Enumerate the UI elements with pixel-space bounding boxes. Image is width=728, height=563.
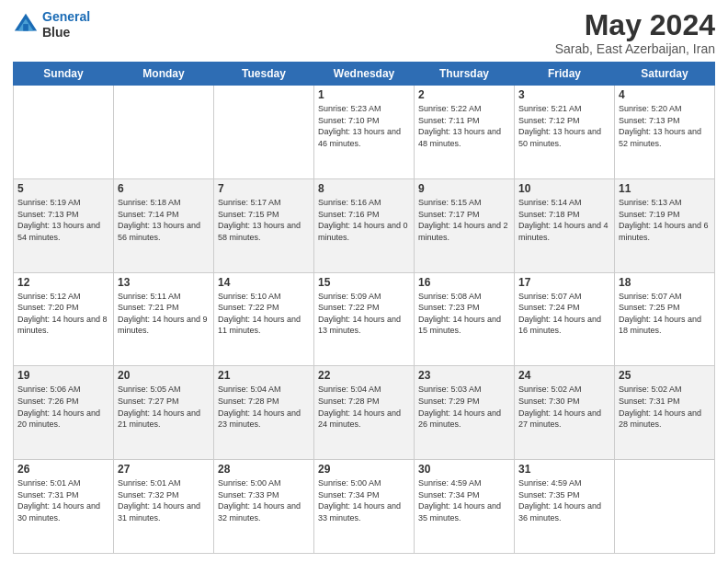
week-row-4: 26Sunrise: 5:01 AM Sunset: 7:31 PM Dayli…: [14, 460, 715, 554]
day-number: 2: [418, 88, 510, 101]
day-info: Sunrise: 5:12 AM Sunset: 7:20 PM Dayligh…: [17, 291, 109, 337]
day-number: 29: [318, 463, 410, 476]
col-monday: Monday: [114, 63, 214, 86]
table-row: 28Sunrise: 5:00 AM Sunset: 7:33 PM Dayli…: [214, 460, 314, 554]
day-info: Sunrise: 5:18 AM Sunset: 7:14 PM Dayligh…: [118, 197, 210, 243]
day-number: 13: [118, 276, 210, 289]
logo-line1: General: [42, 9, 90, 24]
day-info: Sunrise: 5:22 AM Sunset: 7:11 PM Dayligh…: [418, 103, 510, 149]
table-row: 18Sunrise: 5:07 AM Sunset: 7:25 PM Dayli…: [615, 272, 715, 366]
table-row: 26Sunrise: 5:01 AM Sunset: 7:31 PM Dayli…: [14, 460, 114, 554]
day-number: 28: [218, 463, 310, 476]
col-thursday: Thursday: [415, 63, 515, 86]
day-number: 9: [418, 182, 510, 195]
table-row: 25Sunrise: 5:02 AM Sunset: 7:31 PM Dayli…: [615, 366, 715, 460]
table-row: [114, 86, 214, 179]
logo-text: General Blue: [42, 9, 90, 40]
table-row: 13Sunrise: 5:11 AM Sunset: 7:21 PM Dayli…: [114, 272, 214, 366]
day-number: 25: [619, 369, 711, 382]
day-info: Sunrise: 5:02 AM Sunset: 7:31 PM Dayligh…: [619, 384, 711, 430]
day-info: Sunrise: 5:02 AM Sunset: 7:30 PM Dayligh…: [518, 384, 610, 430]
day-info: Sunrise: 5:11 AM Sunset: 7:21 PM Dayligh…: [118, 291, 210, 337]
day-info: Sunrise: 5:19 AM Sunset: 7:13 PM Dayligh…: [17, 197, 109, 243]
subtitle: Sarab, East Azerbaijan, Iran: [555, 41, 715, 56]
day-info: Sunrise: 5:14 AM Sunset: 7:18 PM Dayligh…: [518, 197, 610, 243]
day-info: Sunrise: 5:00 AM Sunset: 7:33 PM Dayligh…: [218, 477, 310, 523]
day-info: Sunrise: 4:59 AM Sunset: 7:35 PM Dayligh…: [518, 477, 610, 523]
week-row-2: 12Sunrise: 5:12 AM Sunset: 7:20 PM Dayli…: [14, 272, 715, 366]
col-tuesday: Tuesday: [214, 63, 314, 86]
table-row: 23Sunrise: 5:03 AM Sunset: 7:29 PM Dayli…: [415, 366, 515, 460]
day-number: 16: [418, 276, 510, 289]
week-row-3: 19Sunrise: 5:06 AM Sunset: 7:26 PM Dayli…: [14, 366, 715, 460]
table-row: 21Sunrise: 5:04 AM Sunset: 7:28 PM Dayli…: [214, 366, 314, 460]
day-number: 20: [118, 369, 210, 382]
week-row-1: 5Sunrise: 5:19 AM Sunset: 7:13 PM Daylig…: [14, 178, 715, 272]
table-row: 11Sunrise: 5:13 AM Sunset: 7:19 PM Dayli…: [615, 178, 715, 272]
day-number: 10: [518, 182, 610, 195]
table-row: 9Sunrise: 5:15 AM Sunset: 7:17 PM Daylig…: [415, 178, 515, 272]
day-number: 26: [17, 463, 109, 476]
table-row: [615, 460, 715, 554]
day-number: 18: [619, 276, 711, 289]
day-info: Sunrise: 5:04 AM Sunset: 7:28 PM Dayligh…: [218, 384, 310, 430]
table-row: 22Sunrise: 5:04 AM Sunset: 7:28 PM Dayli…: [314, 366, 415, 460]
day-info: Sunrise: 5:03 AM Sunset: 7:29 PM Dayligh…: [418, 384, 510, 430]
day-info: Sunrise: 5:06 AM Sunset: 7:26 PM Dayligh…: [17, 384, 109, 430]
day-number: 5: [17, 182, 109, 195]
day-number: 14: [218, 276, 310, 289]
table-row: 15Sunrise: 5:09 AM Sunset: 7:22 PM Dayli…: [314, 272, 415, 366]
day-info: Sunrise: 5:05 AM Sunset: 7:27 PM Dayligh…: [118, 384, 210, 430]
day-info: Sunrise: 5:15 AM Sunset: 7:17 PM Dayligh…: [418, 197, 510, 243]
logo-icon: [13, 12, 39, 38]
day-number: 8: [318, 182, 410, 195]
title-block: May 2024 Sarab, East Azerbaijan, Iran: [555, 9, 715, 56]
table-row: 27Sunrise: 5:01 AM Sunset: 7:32 PM Dayli…: [114, 460, 214, 554]
col-wednesday: Wednesday: [314, 63, 415, 86]
table-row: 17Sunrise: 5:07 AM Sunset: 7:24 PM Dayli…: [515, 272, 615, 366]
table-row: 3Sunrise: 5:21 AM Sunset: 7:12 PM Daylig…: [515, 86, 615, 179]
table-row: 30Sunrise: 4:59 AM Sunset: 7:34 PM Dayli…: [415, 460, 515, 554]
table-row: [14, 86, 114, 179]
table-row: 29Sunrise: 5:00 AM Sunset: 7:34 PM Dayli…: [314, 460, 415, 554]
day-number: 21: [218, 369, 310, 382]
col-sunday: Sunday: [14, 63, 114, 86]
day-info: Sunrise: 5:16 AM Sunset: 7:16 PM Dayligh…: [318, 197, 410, 243]
month-title: May 2024: [555, 9, 715, 41]
table-row: 4Sunrise: 5:20 AM Sunset: 7:13 PM Daylig…: [615, 86, 715, 179]
day-number: 15: [318, 276, 410, 289]
day-number: 4: [619, 88, 711, 101]
day-number: 17: [518, 276, 610, 289]
day-number: 30: [418, 463, 510, 476]
table-row: 12Sunrise: 5:12 AM Sunset: 7:20 PM Dayli…: [14, 272, 114, 366]
table-row: 20Sunrise: 5:05 AM Sunset: 7:27 PM Dayli…: [114, 366, 214, 460]
day-number: 1: [318, 88, 410, 101]
table-row: 10Sunrise: 5:14 AM Sunset: 7:18 PM Dayli…: [515, 178, 615, 272]
day-info: Sunrise: 4:59 AM Sunset: 7:34 PM Dayligh…: [418, 477, 510, 523]
table-row: 14Sunrise: 5:10 AM Sunset: 7:22 PM Dayli…: [214, 272, 314, 366]
day-info: Sunrise: 5:07 AM Sunset: 7:24 PM Dayligh…: [518, 291, 610, 337]
table-row: 16Sunrise: 5:08 AM Sunset: 7:23 PM Dayli…: [415, 272, 515, 366]
day-info: Sunrise: 5:10 AM Sunset: 7:22 PM Dayligh…: [218, 291, 310, 337]
svg-rect-2: [23, 24, 28, 30]
page: General Blue May 2024 Sarab, East Azerba…: [0, 0, 728, 563]
table-row: [214, 86, 314, 179]
week-row-0: 1Sunrise: 5:23 AM Sunset: 7:10 PM Daylig…: [14, 86, 715, 179]
col-saturday: Saturday: [615, 63, 715, 86]
col-friday: Friday: [515, 63, 615, 86]
day-number: 6: [118, 182, 210, 195]
table-row: 6Sunrise: 5:18 AM Sunset: 7:14 PM Daylig…: [114, 178, 214, 272]
day-info: Sunrise: 5:04 AM Sunset: 7:28 PM Dayligh…: [318, 384, 410, 430]
day-number: 27: [118, 463, 210, 476]
day-info: Sunrise: 5:01 AM Sunset: 7:31 PM Dayligh…: [17, 477, 109, 523]
day-info: Sunrise: 5:20 AM Sunset: 7:13 PM Dayligh…: [619, 103, 711, 149]
table-row: 31Sunrise: 4:59 AM Sunset: 7:35 PM Dayli…: [515, 460, 615, 554]
day-number: 22: [318, 369, 410, 382]
day-info: Sunrise: 5:09 AM Sunset: 7:22 PM Dayligh…: [318, 291, 410, 337]
day-info: Sunrise: 5:23 AM Sunset: 7:10 PM Dayligh…: [318, 103, 410, 149]
day-info: Sunrise: 5:21 AM Sunset: 7:12 PM Dayligh…: [518, 103, 610, 149]
table-row: 1Sunrise: 5:23 AM Sunset: 7:10 PM Daylig…: [314, 86, 415, 179]
day-info: Sunrise: 5:00 AM Sunset: 7:34 PM Dayligh…: [318, 477, 410, 523]
header-row: Sunday Monday Tuesday Wednesday Thursday…: [14, 63, 715, 86]
table-row: 19Sunrise: 5:06 AM Sunset: 7:26 PM Dayli…: [14, 366, 114, 460]
